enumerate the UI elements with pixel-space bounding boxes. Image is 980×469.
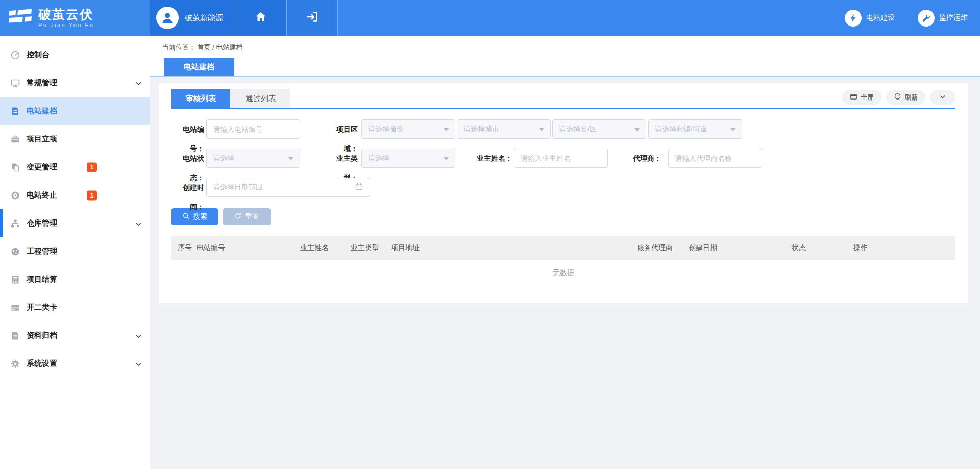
station-no-input[interactable] bbox=[206, 119, 300, 139]
search-icon bbox=[182, 212, 190, 221]
chevron-down-icon bbox=[135, 332, 142, 339]
agent-label: 代理商： bbox=[633, 149, 662, 168]
main-content: 当前位置： 首页 / 电站建档 电站建档 审核列表 通过列表 全屏 bbox=[150, 36, 980, 469]
chevron-down-icon bbox=[939, 93, 946, 102]
column-header-project-address: 项目地址 bbox=[391, 243, 637, 253]
date-range-picker[interactable]: 请选择日期范围 bbox=[206, 178, 370, 197]
sidebar-item-station-archive[interactable]: 电站建档 bbox=[0, 97, 150, 125]
home-button[interactable] bbox=[235, 0, 287, 36]
sidebar-item-type2-card[interactable]: 开二类卡 bbox=[0, 293, 150, 322]
nav-monitoring-ops-label: 监控运维 bbox=[939, 13, 968, 22]
caret-down-icon bbox=[539, 128, 544, 131]
agent-input[interactable] bbox=[668, 149, 762, 168]
avatar bbox=[156, 7, 179, 29]
owner-type-label: 业主类型： bbox=[324, 149, 358, 168]
column-header-status: 状态 bbox=[792, 243, 853, 253]
logout-icon bbox=[306, 10, 319, 26]
station-status-select[interactable]: 请选择 bbox=[206, 149, 300, 168]
tab-review-list[interactable]: 审核列表 bbox=[172, 89, 230, 108]
content-card: 审核列表 通过列表 全屏 bbox=[159, 83, 968, 303]
card-toolbar: 全屏 刷新 bbox=[842, 90, 955, 105]
filter-actions: 搜索 重置 bbox=[172, 208, 955, 225]
empty-state-text: 无数据 bbox=[172, 260, 955, 283]
breadcrumb-home-link[interactable]: 首页 bbox=[198, 43, 211, 51]
sidebar-item-data-archive[interactable]: 资料归档 bbox=[0, 322, 150, 350]
reset-icon bbox=[234, 212, 242, 221]
card-tabs-row: 审核列表 通过列表 全屏 bbox=[172, 89, 955, 109]
caret-down-icon bbox=[634, 128, 640, 131]
sidebar-item-change-management[interactable]: 变更管理 1 bbox=[0, 153, 150, 181]
fullscreen-button[interactable]: 全屏 bbox=[842, 90, 881, 105]
nav-monitoring-ops[interactable]: 监控运维 bbox=[918, 10, 968, 27]
sidebar-item-dashboard[interactable]: 控制台 bbox=[0, 41, 150, 69]
notification-badge: 1 bbox=[87, 162, 97, 172]
archive-document-icon bbox=[10, 331, 20, 341]
owner-name-input[interactable] bbox=[514, 149, 608, 168]
chevron-down-icon bbox=[135, 360, 142, 367]
breadcrumb-prefix: 当前位置： bbox=[162, 43, 195, 51]
column-header-actions: 操作 bbox=[853, 243, 955, 253]
nav-station-construction[interactable]: 电站建设 bbox=[845, 10, 895, 27]
column-header-service-agent: 服务代理商 bbox=[637, 243, 689, 253]
owner-name-label: 业主姓名： bbox=[477, 149, 512, 168]
filter-row-2: 电站状态： 请选择 业主类型： 请选择 业主姓名： 代理商： bbox=[172, 149, 955, 168]
company-name: 破茧新能源 bbox=[185, 13, 223, 23]
reset-button[interactable]: 重置 bbox=[223, 208, 271, 225]
column-header-index: 序号 bbox=[178, 243, 197, 253]
breadcrumb-separator: / bbox=[211, 43, 216, 51]
briefcase-icon bbox=[10, 134, 20, 144]
brand-title: 破茧云伏 bbox=[38, 8, 94, 21]
tab-approved-list[interactable]: 通过列表 bbox=[231, 89, 290, 108]
page-tab-station-archive[interactable]: 电站建档 bbox=[164, 58, 234, 76]
refresh-button[interactable]: 刷新 bbox=[886, 90, 925, 105]
sidebar-item-station-termination[interactable]: 电站终止 1 bbox=[0, 181, 150, 209]
sitemap-icon bbox=[10, 218, 20, 229]
calculator-icon bbox=[10, 275, 20, 285]
table-header-row: 序号 电站编号 业主姓名 业主类型 项目地址 服务代理商 创建日期 状态 操作 bbox=[172, 236, 955, 260]
collapse-button[interactable] bbox=[930, 90, 955, 105]
fullscreen-icon bbox=[850, 93, 857, 102]
caret-down-icon bbox=[444, 128, 449, 131]
county-select[interactable]: 请选择县/区 bbox=[552, 119, 646, 139]
breadcrumb: 当前位置： 首页 / 电站建档 bbox=[150, 36, 980, 52]
sidebar-item-general-management[interactable]: 常规管理 bbox=[0, 69, 150, 97]
refresh-icon bbox=[894, 93, 901, 102]
province-select[interactable]: 请选择省份 bbox=[361, 119, 455, 139]
filter-row-1: 电站编号： 项目区域： 请选择省份 请选择城市 请选择县/区 请选择村镇/街道 bbox=[172, 119, 955, 139]
gear-icon bbox=[10, 359, 20, 369]
sidebar-item-project-initiation[interactable]: 项目立项 bbox=[0, 125, 150, 153]
column-header-create-date: 创建日期 bbox=[689, 243, 792, 253]
wrench-icon bbox=[918, 10, 935, 27]
city-select[interactable]: 请选择城市 bbox=[457, 119, 551, 139]
brand-logo: 破茧云伏 Po Jian Yun Fu bbox=[0, 0, 150, 36]
header-right-nav: 电站建设 监控运维 bbox=[338, 0, 980, 36]
create-time-label: 创建时间： bbox=[172, 178, 204, 197]
sidebar-item-system-settings[interactable]: 系统设置 bbox=[0, 350, 150, 378]
brand-subtitle: Po Jian Yun Fu bbox=[38, 22, 94, 28]
sidebar-item-project-settlement[interactable]: 项目结算 bbox=[0, 265, 150, 293]
owner-type-select[interactable]: 请选择 bbox=[361, 149, 455, 168]
region-label: 项目区域： bbox=[324, 119, 358, 139]
column-header-station-no: 电站编号 bbox=[197, 243, 300, 253]
caret-down-icon bbox=[444, 157, 449, 160]
user-menu[interactable]: 破茧新能源 bbox=[150, 0, 235, 36]
monitor-icon bbox=[10, 78, 20, 88]
app-header: 破茧云伏 Po Jian Yun Fu 破茧新能源 bbox=[0, 0, 980, 36]
home-icon bbox=[254, 10, 267, 26]
page-header-strip: 当前位置： 首页 / 电站建档 电站建档 bbox=[150, 36, 980, 77]
logout-button[interactable] bbox=[287, 0, 338, 36]
town-select[interactable]: 请选择村镇/街道 bbox=[648, 119, 742, 139]
notification-badge: 1 bbox=[87, 190, 97, 200]
sidebar-item-warehouse-management[interactable]: 仓库管理 bbox=[0, 209, 150, 237]
record-circle-icon bbox=[10, 190, 20, 201]
caret-down-icon bbox=[288, 157, 293, 160]
sidebar: 控制台 常规管理 电站建档 项目立项 bbox=[0, 36, 150, 469]
station-no-label: 电站编号： bbox=[172, 119, 204, 139]
sidebar-item-engineering-management[interactable]: 工程管理 bbox=[0, 237, 150, 265]
breadcrumb-current: 电站建档 bbox=[216, 43, 242, 51]
chevron-down-icon bbox=[135, 220, 142, 227]
bank-card-icon bbox=[10, 303, 20, 313]
brand-logo-icon bbox=[8, 8, 33, 28]
column-header-owner-name: 业主姓名 bbox=[300, 243, 351, 253]
dashboard-dots-icon bbox=[10, 246, 20, 257]
